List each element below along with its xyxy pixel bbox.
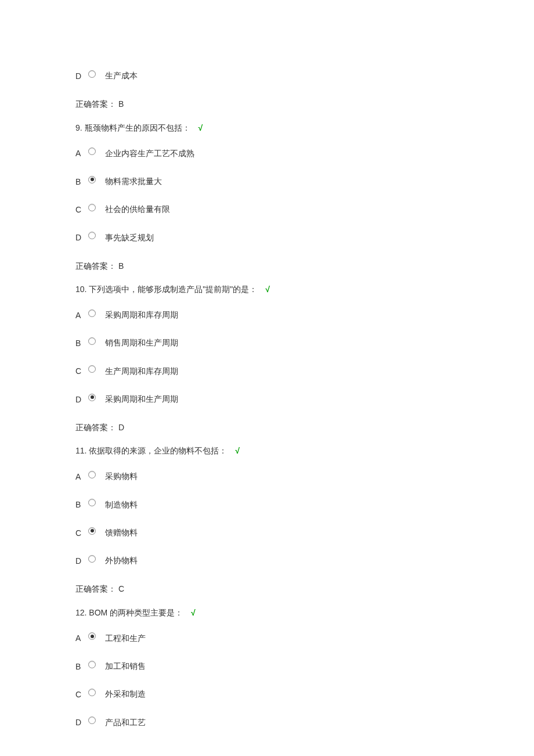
answer-value: B — [118, 99, 124, 109]
question-text: BOM 的两种类型主要是： — [89, 608, 183, 617]
radio-icon — [88, 499, 96, 506]
q10-question: 10. 下列选项中，能够形成制造产品"提前期"的是： √ — [75, 283, 459, 296]
option-text: 外采和制造 — [105, 688, 146, 701]
radio-icon — [88, 632, 96, 640]
option-letter: B — [75, 660, 84, 673]
radio-icon — [88, 232, 96, 239]
check-icon: √ — [265, 285, 270, 294]
q10-answer: 正确答案： D — [75, 421, 459, 434]
q10-option-c: C 生产周期和库存周期 — [75, 365, 459, 377]
radio-wrap[interactable] — [88, 715, 96, 728]
radio-icon — [88, 661, 96, 668]
answer-value: D — [118, 423, 124, 432]
q9-question: 9. 瓶颈物料产生的原因不包括： √ — [75, 121, 459, 134]
radio-icon — [88, 204, 96, 211]
radio-wrap[interactable] — [88, 469, 96, 482]
q10-option-d: D 采购周期和生产周期 — [75, 393, 459, 406]
radio-wrap[interactable] — [88, 659, 96, 672]
option-letter: A — [75, 309, 84, 322]
check-icon: √ — [235, 446, 240, 455]
radio-wrap[interactable] — [88, 230, 96, 243]
radio-icon — [88, 471, 96, 478]
q8-option-d: D 生产成本 — [75, 70, 459, 82]
radio-wrap[interactable] — [88, 553, 96, 566]
radio-wrap[interactable] — [88, 363, 96, 376]
q11-option-c: C 馈赠物料 — [75, 527, 459, 539]
radio-wrap[interactable] — [88, 525, 96, 538]
q12-option-d: D 产品和工艺 — [75, 716, 459, 729]
option-letter: A — [75, 147, 84, 160]
option-text: 物料需求批量大 — [105, 175, 162, 188]
answer-label: 正确答案： — [75, 99, 116, 109]
option-text: 馈赠物料 — [105, 527, 138, 539]
option-text: 采购周期和生产周期 — [105, 393, 178, 406]
option-text: 生产成本 — [105, 70, 138, 82]
q9-option-c: C 社会的供给量有限 — [75, 203, 459, 216]
radio-icon — [88, 337, 96, 345]
option-text: 外协物料 — [105, 555, 138, 567]
radio-wrap[interactable] — [88, 308, 96, 321]
radio-icon — [88, 394, 96, 401]
option-text: 社会的供给量有限 — [105, 203, 170, 216]
option-letter: C — [75, 365, 84, 377]
radio-icon — [88, 689, 96, 696]
option-text: 事先缺乏规划 — [105, 232, 154, 244]
option-letter: B — [75, 175, 84, 188]
option-letter: B — [75, 337, 84, 350]
option-letter: C — [75, 527, 84, 539]
option-text: 制造物料 — [105, 499, 138, 512]
question-number: 11. — [75, 446, 86, 455]
option-letter: D — [75, 393, 84, 406]
option-letter: D — [75, 70, 84, 82]
q11-option-d: D 外协物料 — [75, 555, 459, 567]
q12-option-c: C 外采和制造 — [75, 688, 459, 701]
question-number: 9. — [75, 123, 82, 132]
question-text: 下列选项中，能够形成制造产品"提前期"的是： — [89, 285, 257, 294]
option-text: 生产周期和库存周期 — [105, 365, 178, 378]
q10-option-b: B 销售周期和生产周期 — [75, 337, 459, 350]
option-letter: B — [75, 498, 84, 511]
answer-label: 正确答案： — [75, 423, 116, 432]
answer-value: C — [118, 584, 124, 593]
option-letter: A — [75, 470, 84, 483]
q9-option-d: D 事先缺乏规划 — [75, 231, 459, 244]
radio-wrap[interactable] — [88, 336, 96, 348]
question-text: 依据取得的来源，企业的物料不包括： — [89, 446, 227, 455]
option-text: 加工和销售 — [105, 660, 146, 673]
q12-option-b: B 加工和销售 — [75, 660, 459, 673]
answer-label: 正确答案： — [75, 584, 116, 593]
radio-icon — [88, 176, 96, 183]
radio-icon — [88, 70, 96, 78]
answer-value: B — [118, 261, 124, 271]
radio-wrap[interactable] — [88, 146, 96, 159]
radio-wrap[interactable] — [88, 69, 96, 81]
radio-wrap[interactable] — [88, 202, 96, 215]
option-text: 销售周期和生产周期 — [105, 337, 178, 350]
radio-icon — [88, 365, 96, 373]
option-letter: D — [75, 231, 84, 244]
q9-option-b: B 物料需求批量大 — [75, 175, 459, 188]
q11-option-b: B 制造物料 — [75, 498, 459, 511]
question-text: 瓶颈物料产生的原因不包括： — [85, 123, 190, 132]
q11-answer: 正确答案： C — [75, 582, 459, 595]
q8-answer: 正确答案： B — [75, 98, 459, 110]
answer-label: 正确答案： — [75, 261, 116, 271]
radio-icon — [88, 147, 96, 155]
radio-wrap[interactable] — [88, 392, 96, 405]
q11-question: 11. 依据取得的来源，企业的物料不包括： √ — [75, 444, 459, 457]
q9-answer: 正确答案： B — [75, 260, 459, 272]
check-icon: √ — [191, 608, 196, 617]
radio-icon — [88, 309, 96, 317]
option-letter: D — [75, 716, 84, 729]
radio-wrap[interactable] — [88, 174, 96, 187]
q12-option-a: A 工程和生产 — [75, 632, 459, 645]
radio-wrap[interactable] — [88, 687, 96, 700]
radio-icon — [88, 527, 96, 535]
radio-wrap[interactable] — [88, 631, 96, 643]
option-text: 采购周期和库存周期 — [105, 309, 178, 322]
option-letter: C — [75, 688, 84, 701]
radio-icon — [88, 555, 96, 563]
radio-wrap[interactable] — [88, 497, 96, 510]
q11-option-a: A 采购物料 — [75, 470, 459, 483]
option-text: 采购物料 — [105, 470, 138, 483]
